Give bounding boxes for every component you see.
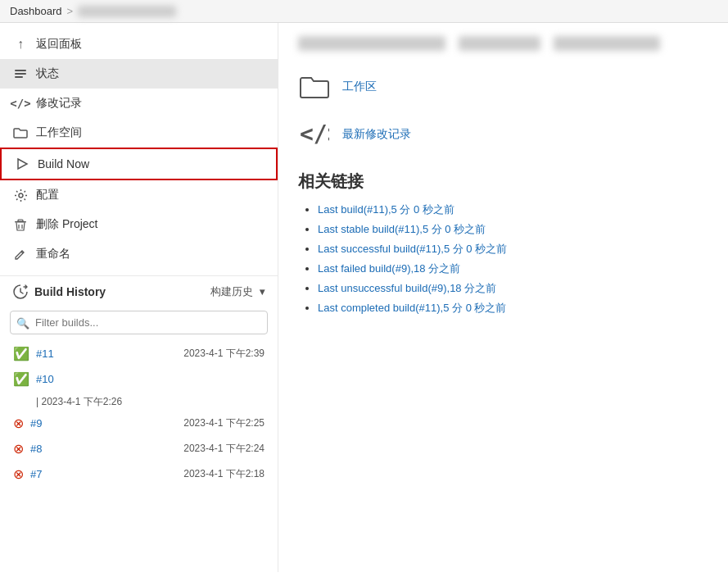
- workspace-folder-icon: [298, 70, 331, 103]
- sidebar-item-config-label: 配置: [36, 188, 59, 202]
- main-layout: ↑ 返回面板 状态 </> 修改记录: [0, 23, 728, 572]
- list-item: Last successful build(#11),5 分 0 秒之前: [318, 242, 708, 257]
- delete-icon: [13, 217, 28, 232]
- build-list-item-8[interactable]: ⊗ #8 2023-4-1 下午2:24: [0, 436, 278, 461]
- workspace-link[interactable]: 工作区: [342, 80, 377, 94]
- sidebar-item-workspace[interactable]: 工作空间: [0, 118, 278, 148]
- back-icon: ↑: [13, 37, 28, 52]
- build-search-input[interactable]: [10, 311, 268, 334]
- main-content: 工作区 </> 最新修改记录 相关链接 Last build(#11),5 分 …: [278, 23, 728, 572]
- header-blurred-1: [298, 36, 445, 51]
- sidebar-item-rename-label: 重命名: [36, 247, 70, 261]
- changelog-code-icon: </>: [298, 118, 331, 151]
- link-last-failed[interactable]: Last failed build(#9),18 分之前: [318, 262, 460, 275]
- build-status-ok-icon-10: ✅: [13, 371, 29, 387]
- sidebar-item-changelog-label: 修改记录: [36, 96, 82, 111]
- sidebar-item-back-label: 返回面板: [36, 37, 82, 52]
- breadcrumb-dashboard[interactable]: Dashboard: [10, 5, 62, 17]
- build-date-11: 2023-4-1 下午2:39: [183, 347, 265, 361]
- build-date-8: 2023-4-1 下午2:24: [183, 442, 265, 456]
- pipe-indicator: |: [36, 396, 38, 407]
- sidebar-item-back[interactable]: ↑ 返回面板: [0, 30, 278, 59]
- changelog-icon: </>: [13, 96, 28, 111]
- rename-icon: [13, 247, 28, 261]
- build-history-chevron-icon[interactable]: ▾: [260, 286, 265, 298]
- status-icon: [13, 66, 28, 81]
- breadcrumb-separator: >: [67, 5, 74, 17]
- search-icon: 🔍: [16, 316, 29, 329]
- build-num-10[interactable]: #10: [36, 373, 54, 385]
- build-num-7[interactable]: #7: [30, 468, 42, 480]
- link-last-stable[interactable]: Last stable build(#11),5 分 0 秒之前: [318, 223, 486, 235]
- build-history-section: Build History 构建历史 ▾ 🔍 ✅ #11 2023-4-1 下午…: [0, 275, 278, 487]
- sidebar-item-status-label: 状态: [36, 66, 59, 81]
- header-blurred-2: [459, 36, 540, 51]
- breadcrumb: Dashboard >: [0, 0, 728, 23]
- link-last-successful[interactable]: Last successful build(#11),5 分 0 秒之前: [318, 243, 507, 255]
- build-list-item-11[interactable]: ✅ #11 2023-4-1 下午2:39: [0, 341, 278, 366]
- svg-rect-1: [15, 73, 26, 75]
- build-date-10: 2023-4-1 下午2:26: [41, 396, 122, 407]
- sidebar-item-build-now[interactable]: Build Now: [0, 148, 278, 180]
- workspace-icon: [13, 125, 28, 140]
- header-blurred-3: [554, 36, 660, 51]
- build-history-subtitle: 构建历史: [210, 284, 253, 299]
- build-sub-date-10: | 2023-4-1 下午2:26: [13, 395, 122, 409]
- sidebar-item-status[interactable]: 状态: [0, 59, 278, 89]
- link-last-build[interactable]: Last build(#11),5 分 0 秒之前: [318, 203, 454, 216]
- link-last-completed[interactable]: Last completed build(#11),5 分 0 秒之前: [318, 302, 507, 314]
- build-search: 🔍: [10, 311, 268, 334]
- related-links-title: 相关链接: [298, 170, 708, 193]
- changelog-link-row: </> 最新修改记录: [298, 118, 708, 151]
- sidebar-item-changelog[interactable]: </> 修改记录: [0, 89, 278, 118]
- sidebar-item-delete-label: 删除 Project: [36, 217, 97, 232]
- build-status-fail-icon-7: ⊗: [13, 466, 24, 482]
- config-icon: [13, 188, 28, 202]
- breadcrumb-project: [78, 6, 176, 17]
- build-num-8[interactable]: #8: [30, 443, 42, 455]
- list-item: Last stable build(#11),5 分 0 秒之前: [318, 222, 708, 237]
- svg-point-4: [19, 193, 23, 198]
- related-links-list: Last build(#11),5 分 0 秒之前 Last stable bu…: [298, 202, 708, 316]
- sidebar-item-config[interactable]: 配置: [0, 180, 278, 210]
- build-list-item-10[interactable]: ✅ #10 | 2023-4-1 下午2:26: [0, 366, 278, 411]
- build-list-item-7[interactable]: ⊗ #7 2023-4-1 下午2:18: [0, 461, 278, 487]
- svg-rect-0: [15, 70, 26, 71]
- list-item: Last unsuccessful build(#9),18 分之前: [318, 281, 708, 296]
- list-item: Last failed build(#9),18 分之前: [318, 261, 708, 276]
- sidebar-item-rename[interactable]: 重命名: [0, 239, 278, 269]
- build-num-9[interactable]: #9: [30, 417, 42, 429]
- link-last-unsuccessful[interactable]: Last unsuccessful build(#9),18 分之前: [318, 282, 496, 294]
- build-status-fail-icon-9: ⊗: [13, 416, 24, 431]
- build-status-ok-icon: ✅: [13, 346, 29, 361]
- build-date-9: 2023-4-1 下午2:25: [183, 416, 265, 430]
- content-header: [298, 36, 708, 51]
- build-now-icon: [15, 157, 29, 171]
- svg-rect-2: [15, 76, 23, 78]
- sidebar-item-workspace-label: 工作空间: [36, 125, 82, 140]
- build-num-11[interactable]: #11: [36, 348, 54, 360]
- list-item: Last build(#11),5 分 0 秒之前: [318, 202, 708, 217]
- build-list-item-9[interactable]: ⊗ #9 2023-4-1 下午2:25: [0, 411, 278, 436]
- content-quick-links: 工作区 </> 最新修改记录: [298, 70, 708, 151]
- build-date-7: 2023-4-1 下午2:18: [183, 467, 265, 481]
- list-item: Last completed build(#11),5 分 0 秒之前: [318, 301, 708, 316]
- workspace-link-row: 工作区: [298, 70, 708, 103]
- sidebar-item-build-now-label: Build Now: [38, 157, 89, 170]
- related-links-section: 相关链接 Last build(#11),5 分 0 秒之前 Last stab…: [298, 170, 708, 316]
- build-history-header: Build History 构建历史 ▾: [0, 276, 278, 307]
- svg-text:</>: </>: [300, 120, 329, 148]
- changelog-link[interactable]: 最新修改记录: [342, 127, 411, 142]
- build-history-icon: [13, 284, 28, 299]
- build-status-fail-icon-8: ⊗: [13, 441, 24, 457]
- build-history-title: Build History: [34, 285, 106, 298]
- sidebar-item-delete[interactable]: 删除 Project: [0, 210, 278, 239]
- svg-marker-3: [18, 159, 27, 169]
- sidebar: ↑ 返回面板 状态 </> 修改记录: [0, 23, 278, 572]
